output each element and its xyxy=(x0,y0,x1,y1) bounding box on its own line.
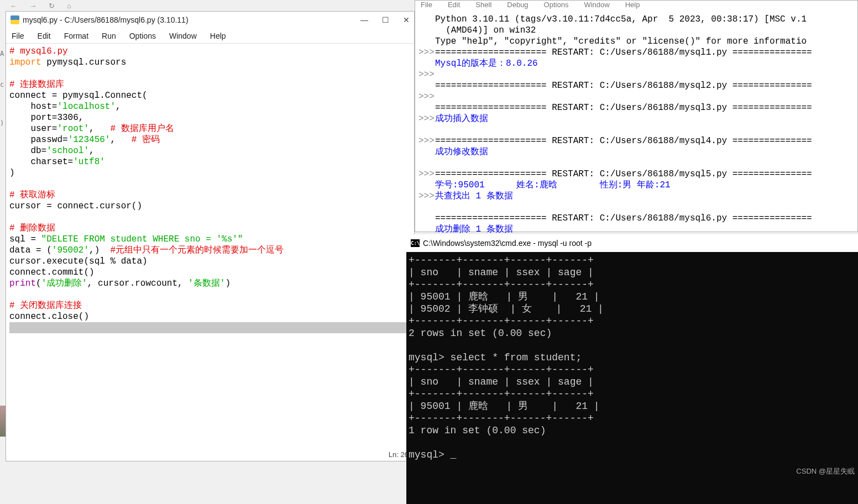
cmd-title: C:\Windows\system32\cmd.exe - mysql -u r… xyxy=(423,239,592,248)
watermark: CSDN @星星失眠 xyxy=(796,466,855,476)
menu-run[interactable]: Run xyxy=(102,32,116,40)
window-title-bar[interactable]: mysql6.py - C:/Users/86188/mysql6.py (3.… xyxy=(6,12,414,28)
menu-file[interactable]: File xyxy=(421,1,432,9)
idle-menu-bar: File Edit Format Run Options Window Help xyxy=(6,28,414,44)
menu-file[interactable]: File xyxy=(12,32,24,40)
status-bar: Ln: 26 xyxy=(389,450,409,459)
maximize-button[interactable]: ☐ xyxy=(382,15,389,24)
menu-edit[interactable]: Edit xyxy=(38,32,51,40)
browser-nav-fragment: ←→↻⌂ xyxy=(10,0,71,11)
avatar-fragment xyxy=(0,406,6,437)
cmd-window: C:\ C:\Windows\system32\cmd.exe - mysql … xyxy=(406,234,858,504)
bg-gutter-fragment: Ac) xyxy=(0,50,6,127)
window-title: mysql6.py - C:/Users/86188/mysql6.py (3.… xyxy=(23,15,360,24)
menu-shell[interactable]: Shell xyxy=(475,1,491,9)
idle-shell-window: File Edit Shell Debug Options Window Hel… xyxy=(415,0,858,232)
menu-help[interactable]: Help xyxy=(625,1,640,9)
menu-format[interactable]: Format xyxy=(64,32,88,40)
shell-prompts: >>> >>> >>> >>> >>> >>> >>> xyxy=(418,14,435,235)
code-editor[interactable]: # mysql6.py import pymysql.cursors # 连接数… xyxy=(6,44,414,436)
shell-output[interactable]: >>> >>> >>> >>> >>> >>> >>> Python 3.10.… xyxy=(415,12,857,237)
cmd-icon: C:\ xyxy=(411,239,420,247)
idle-editor-window: mysql6.py - C:/Users/86188/mysql6.py (3.… xyxy=(6,11,415,461)
menu-help[interactable]: Help xyxy=(210,32,226,40)
menu-options[interactable]: Options xyxy=(544,1,569,9)
python-icon xyxy=(11,15,19,24)
shell-content: Python 3.10.11 (tags/v3.10.11:7d4cc5a, A… xyxy=(435,14,854,235)
menu-window[interactable]: Window xyxy=(169,32,197,40)
minimize-button[interactable]: — xyxy=(360,15,368,24)
menu-options[interactable]: Options xyxy=(129,32,156,40)
active-line xyxy=(9,322,411,333)
menu-window[interactable]: Window xyxy=(584,1,609,9)
menu-edit[interactable]: Edit xyxy=(448,1,460,9)
cmd-title-bar[interactable]: C:\ C:\Windows\system32\cmd.exe - mysql … xyxy=(406,234,858,252)
cmd-output[interactable]: +-------+-------+------+------+ | sno | … xyxy=(406,252,858,463)
shell-menu-bar: File Edit Shell Debug Options Window Hel… xyxy=(415,1,857,12)
close-button[interactable]: ✕ xyxy=(403,15,410,24)
menu-debug[interactable]: Debug xyxy=(507,1,528,9)
